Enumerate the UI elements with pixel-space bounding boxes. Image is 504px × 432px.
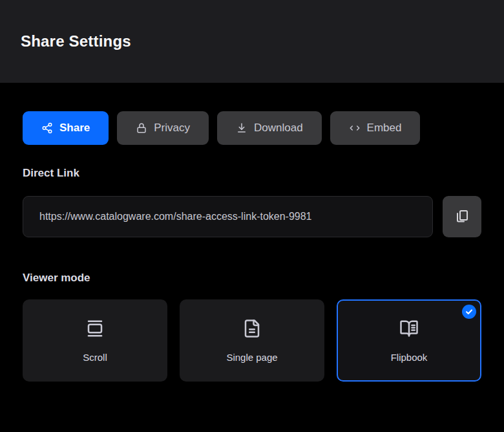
tab-download-label: Download xyxy=(254,122,303,135)
copy-link-button[interactable] xyxy=(443,196,481,237)
tab-embed-label: Embed xyxy=(367,122,402,135)
single-page-icon xyxy=(242,319,262,341)
tab-download[interactable]: Download xyxy=(217,111,322,145)
dialog-header: Share Settings xyxy=(0,0,504,83)
direct-link-input[interactable] xyxy=(23,196,433,237)
tab-share-label: Share xyxy=(59,122,90,135)
viewer-mode-flipbook-label: Flipbook xyxy=(391,352,428,363)
selected-check-badge xyxy=(462,305,476,319)
share-nodes-icon xyxy=(41,122,53,134)
scroll-view-icon xyxy=(85,319,105,341)
viewer-mode-single-page-label: Single page xyxy=(226,352,277,363)
direct-link-label: Direct Link xyxy=(23,167,481,180)
viewer-mode-option-flipbook[interactable]: Flipbook xyxy=(337,299,481,382)
viewer-mode-label: Viewer mode xyxy=(23,272,481,285)
code-icon xyxy=(349,122,361,134)
tab-share[interactable]: Share xyxy=(23,111,109,145)
viewer-mode-option-single-page[interactable]: Single page xyxy=(180,299,324,382)
share-settings-tabs: Share Privacy Download xyxy=(23,111,481,145)
viewer-mode-scroll-label: Scroll xyxy=(83,352,107,363)
copy-icon xyxy=(454,208,470,226)
page-title: Share Settings xyxy=(21,32,131,50)
download-icon xyxy=(236,122,247,134)
tab-privacy[interactable]: Privacy xyxy=(117,111,209,145)
direct-link-row xyxy=(23,196,481,237)
viewer-mode-options: Scroll Single page xyxy=(23,299,481,382)
tab-privacy-label: Privacy xyxy=(154,122,190,135)
lock-icon xyxy=(136,122,147,134)
tab-embed[interactable]: Embed xyxy=(330,111,421,145)
viewer-mode-option-scroll[interactable]: Scroll xyxy=(23,299,167,382)
dialog-body: Share Privacy Download xyxy=(0,111,504,382)
flipbook-icon xyxy=(399,319,419,341)
